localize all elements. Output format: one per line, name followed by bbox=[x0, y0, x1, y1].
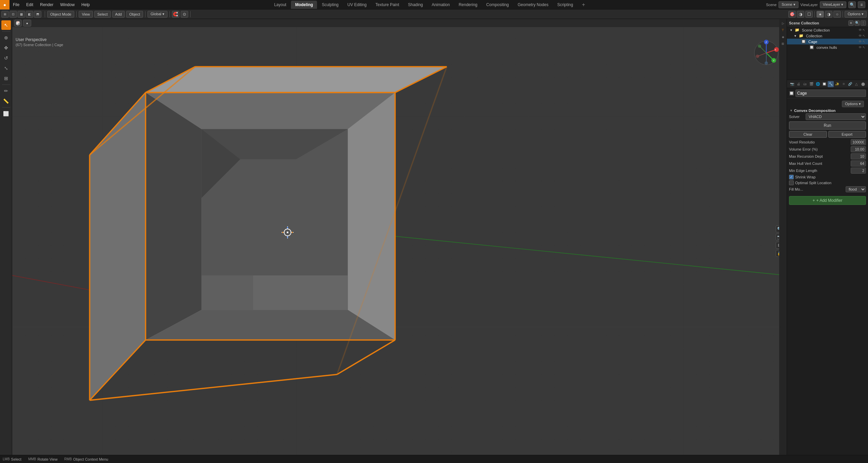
solver-select[interactable]: VHACD bbox=[806, 113, 866, 120]
measure-tool[interactable]: 📏 bbox=[1, 96, 11, 106]
outliner-select-icon-3[interactable]: ↖ bbox=[863, 45, 865, 49]
convex-decomp-header[interactable]: ▼ Convex Decomposition bbox=[789, 108, 866, 113]
layout-icon-5[interactable]: ⬒ bbox=[34, 11, 41, 18]
options-btn[interactable]: Options ▾ bbox=[845, 11, 867, 18]
outliner-filter-icon[interactable]: ≡ bbox=[848, 20, 854, 26]
viewport-shading-btn[interactable]: ● bbox=[23, 20, 31, 26]
prop-scene-icon[interactable]: 🎬 bbox=[808, 81, 814, 87]
outliner-item-cage[interactable]: 🔲 Cage 👁 ↖ bbox=[787, 39, 868, 44]
outliner-eye-icon-0[interactable]: 👁 bbox=[859, 28, 862, 32]
add-modifier-button[interactable]: + + Add Modifier bbox=[789, 196, 866, 205]
filter-icon[interactable]: ≡ bbox=[858, 1, 865, 8]
prop-world-icon[interactable]: 🌐 bbox=[815, 81, 821, 87]
tab-layout[interactable]: Layout bbox=[270, 1, 290, 9]
outliner-item-collection[interactable]: ▼ 📁 Collection 👁 ↖ bbox=[787, 33, 868, 39]
run-button[interactable]: Run bbox=[789, 121, 866, 130]
prop-view-icon[interactable]: 🗂 bbox=[802, 81, 808, 87]
prop-modifier-icon[interactable]: 🔧 bbox=[828, 81, 833, 87]
annotate-tool[interactable]: ✏ bbox=[1, 86, 11, 96]
scene-3d[interactable]: User Perspective (67) Scene Collection |… bbox=[12, 27, 787, 455]
tab-scripting[interactable]: Scripting bbox=[553, 1, 577, 9]
menu-edit[interactable]: Edit bbox=[23, 0, 37, 9]
tab-uv-editing[interactable]: UV Editing bbox=[343, 1, 371, 9]
prop-object-icon[interactable]: 🔲 bbox=[821, 81, 827, 87]
menu-window[interactable]: Window bbox=[57, 0, 78, 9]
menu-render[interactable]: Render bbox=[37, 0, 57, 9]
layout-icon-3[interactable]: ▦ bbox=[18, 11, 25, 18]
max-hull-vert-input[interactable] bbox=[851, 160, 866, 167]
min-edge-length-input[interactable] bbox=[851, 168, 866, 174]
editor-type-icon[interactable]: 🎲 bbox=[14, 20, 22, 26]
global-dropdown[interactable]: Global ▾ bbox=[147, 11, 167, 18]
outliner-search-icon[interactable]: 🔍 bbox=[854, 20, 860, 26]
outliner-select-icon-1[interactable]: ↖ bbox=[863, 34, 865, 38]
menu-file[interactable]: File bbox=[9, 0, 23, 9]
fill-mode-select[interactable]: flood bbox=[846, 186, 866, 192]
clear-button[interactable]: Clear bbox=[789, 131, 827, 138]
solid-mode[interactable]: ● bbox=[816, 11, 824, 18]
tab-add[interactable]: + bbox=[578, 1, 589, 9]
tab-texture-paint[interactable]: Texture Paint bbox=[371, 1, 403, 9]
viewport-gizmo[interactable]: X Y Z bbox=[753, 39, 780, 66]
tab-shading[interactable]: Shading bbox=[404, 1, 427, 9]
xray-toggle[interactable]: ☐ bbox=[805, 11, 813, 18]
viewport-3d[interactable]: 🎲 ● bbox=[12, 19, 787, 455]
add-cube-tool[interactable]: ⬜ bbox=[1, 109, 11, 118]
scene-selector[interactable]: Scene ▾ bbox=[778, 1, 798, 8]
search-icon[interactable]: 🔍 bbox=[848, 1, 856, 8]
options-dropdown-btn[interactable]: Options ▾ bbox=[842, 101, 864, 107]
prop-physics-icon[interactable]: ⚛ bbox=[841, 81, 847, 87]
prop-render-icon[interactable]: 📷 bbox=[789, 81, 795, 87]
prop-data-icon[interactable]: △ bbox=[854, 81, 860, 87]
tab-geometry-nodes[interactable]: Geometry Nodes bbox=[514, 1, 553, 9]
add-menu[interactable]: Add bbox=[112, 11, 125, 18]
prop-output-icon[interactable]: 🖨 bbox=[795, 81, 801, 87]
scale-tool[interactable]: ⤡ bbox=[1, 63, 11, 73]
outliner-select-icon-2[interactable]: ↖ bbox=[863, 40, 865, 43]
prop-material-icon[interactable]: ⬤ bbox=[860, 81, 866, 87]
object-name-input[interactable] bbox=[795, 90, 866, 97]
max-recursion-input[interactable] bbox=[851, 153, 866, 159]
select-tool[interactable]: ↖ bbox=[1, 20, 11, 30]
tab-modeling[interactable]: Modeling bbox=[291, 1, 317, 9]
layout-icon-1[interactable]: ⊞ bbox=[1, 11, 9, 18]
rotate-tool[interactable]: ↺ bbox=[1, 53, 11, 63]
tab-animation[interactable]: Animation bbox=[428, 1, 454, 9]
snap-icon[interactable]: 🧲 bbox=[172, 11, 179, 18]
tab-sculpting[interactable]: Sculpting bbox=[318, 1, 342, 9]
tab-rendering[interactable]: Rendering bbox=[455, 1, 481, 9]
export-button[interactable]: Export bbox=[828, 131, 866, 138]
voxel-resolution-input[interactable] bbox=[851, 139, 866, 145]
move-tool[interactable]: ✥ bbox=[1, 43, 11, 53]
tab-compositing[interactable]: Compositing bbox=[482, 1, 513, 9]
outliner-eye-icon-1[interactable]: 👁 bbox=[859, 34, 862, 38]
menu-help[interactable]: Help bbox=[78, 0, 93, 9]
outliner-eye-icon-2[interactable]: 👁 bbox=[859, 40, 862, 43]
shrink-wrap-checkbox[interactable]: ✓ bbox=[789, 175, 794, 179]
viewlayer-selector[interactable]: ViewLayer ▾ bbox=[820, 1, 846, 8]
view-menu[interactable]: View bbox=[79, 11, 93, 18]
object-mode-dropdown[interactable]: Object Mode bbox=[47, 11, 74, 18]
select-menu[interactable]: Select bbox=[94, 11, 111, 18]
prop-constraints-icon[interactable]: 🔗 bbox=[847, 81, 853, 87]
outliner-item-convex-hulls[interactable]: 🔲 convex hulls 👁 ↖ bbox=[787, 44, 868, 50]
layout-icon-2[interactable]: ⊡ bbox=[9, 11, 17, 18]
prop-particles-icon[interactable]: ✨ bbox=[834, 81, 840, 87]
outliner-select-icon-0[interactable]: ↖ bbox=[863, 28, 865, 32]
optimal-split-checkbox[interactable] bbox=[789, 180, 794, 185]
outliner-item-scene-collection[interactable]: ▼ 📁 Scene Collection 👁 ↖ bbox=[787, 27, 868, 33]
layout-icon-4[interactable]: ◧ bbox=[26, 11, 33, 18]
object-menu[interactable]: Object bbox=[126, 11, 143, 18]
material-mode[interactable]: ◑ bbox=[825, 11, 832, 18]
strip-tool-3[interactable]: ◈ bbox=[780, 34, 786, 40]
strip-tool-4[interactable]: ⊞ bbox=[780, 41, 786, 47]
cursor-tool[interactable]: ⊕ bbox=[1, 33, 11, 42]
viewport-gizmo-toggle[interactable]: 🎯 bbox=[788, 11, 796, 18]
render-mode[interactable]: ○ bbox=[833, 11, 841, 18]
outliner-options-icon[interactable]: ⋮ bbox=[861, 20, 866, 26]
proportional-icon[interactable]: ⊙ bbox=[181, 11, 188, 18]
strip-tool-1[interactable]: ▷ bbox=[780, 20, 786, 26]
strip-tool-2[interactable]: ⊤ bbox=[780, 27, 786, 33]
outliner-eye-icon-3[interactable]: 👁 bbox=[859, 45, 862, 49]
overlay-toggle[interactable]: ◑ bbox=[797, 11, 804, 18]
